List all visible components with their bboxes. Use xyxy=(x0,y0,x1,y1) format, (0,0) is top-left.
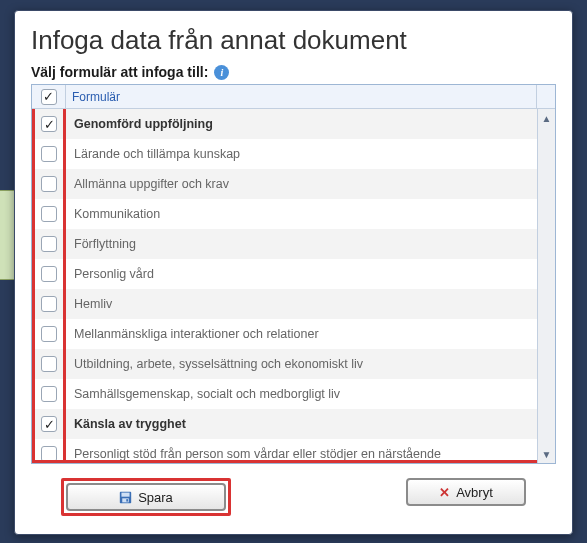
table-row[interactable]: Allmänna uppgifter och krav xyxy=(35,169,537,199)
column-header-form[interactable]: Formulär xyxy=(66,85,537,108)
table-row[interactable]: Hemliv xyxy=(35,289,537,319)
subtitle-row: Välj formulär att infoga till: i xyxy=(31,64,556,80)
row-label: Mellanmänskliga interaktioner och relati… xyxy=(66,327,537,341)
table-row[interactable]: Personlig vård xyxy=(35,259,537,289)
scrollbar[interactable]: ▲ ▼ xyxy=(537,109,555,463)
row-checkbox-cell[interactable] xyxy=(35,349,66,379)
scroll-up-icon[interactable]: ▲ xyxy=(538,109,555,127)
rows-container: Genomförd uppföljningLärande och tillämp… xyxy=(32,109,537,463)
row-checkbox-cell[interactable] xyxy=(35,169,66,199)
table-row[interactable]: Känsla av trygghet xyxy=(35,409,537,439)
row-checkbox-cell[interactable] xyxy=(35,229,66,259)
row-label: Personligt stöd från person som vårdar e… xyxy=(66,447,537,461)
cancel-icon: ✕ xyxy=(439,485,450,500)
row-label: Känsla av trygghet xyxy=(66,417,537,431)
svg-rect-3 xyxy=(126,499,128,501)
grid-header: Formulär xyxy=(32,85,555,109)
save-button[interactable]: Spara xyxy=(66,483,226,511)
row-checkbox[interactable] xyxy=(41,356,57,372)
row-checkbox[interactable] xyxy=(41,326,57,342)
grid-body: Genomförd uppföljningLärande och tillämp… xyxy=(32,109,555,463)
row-label: Kommunikation xyxy=(66,207,537,221)
table-row[interactable]: Utbildning, arbete, sysselsättning och e… xyxy=(35,349,537,379)
annotation-border-bottom xyxy=(32,460,537,463)
cancel-button[interactable]: ✕ Avbryt xyxy=(406,478,526,506)
row-checkbox[interactable] xyxy=(41,296,57,312)
row-checkbox[interactable] xyxy=(41,416,57,432)
row-checkbox[interactable] xyxy=(41,116,57,132)
table-row[interactable]: Lärande och tillämpa kunskap xyxy=(35,139,537,169)
row-label: Allmänna uppgifter och krav xyxy=(66,177,537,191)
row-label: Lärande och tillämpa kunskap xyxy=(66,147,537,161)
row-label: Samhällsgemenskap, socialt och medborgli… xyxy=(66,387,537,401)
table-row[interactable]: Genomförd uppföljning xyxy=(35,109,537,139)
row-label: Hemliv xyxy=(66,297,537,311)
row-label: Genomförd uppföljning xyxy=(66,117,537,131)
table-row[interactable]: Förflyttning xyxy=(35,229,537,259)
row-checkbox-cell[interactable] xyxy=(35,289,66,319)
help-icon[interactable]: i xyxy=(214,65,229,80)
row-checkbox-cell[interactable] xyxy=(35,259,66,289)
table-row[interactable]: Samhällsgemenskap, socialt och medborgli… xyxy=(35,379,537,409)
row-checkbox-cell[interactable] xyxy=(35,379,66,409)
cancel-button-label: Avbryt xyxy=(456,485,493,500)
select-all-cell[interactable] xyxy=(32,85,66,108)
row-checkbox-cell[interactable] xyxy=(35,139,66,169)
row-label: Utbildning, arbete, sysselsättning och e… xyxy=(66,357,537,371)
row-checkbox-cell[interactable] xyxy=(35,409,66,439)
row-checkbox-cell[interactable] xyxy=(35,199,66,229)
row-checkbox[interactable] xyxy=(41,206,57,222)
row-checkbox[interactable] xyxy=(41,236,57,252)
background-strip xyxy=(0,190,14,280)
column-header-scroll xyxy=(537,85,555,108)
row-checkbox[interactable] xyxy=(41,176,57,192)
svg-rect-1 xyxy=(122,492,130,496)
table-row[interactable]: Kommunikation xyxy=(35,199,537,229)
row-checkbox-cell[interactable] xyxy=(35,109,66,139)
row-checkbox[interactable] xyxy=(41,386,57,402)
insert-data-dialog: Infoga data från annat dokument Välj for… xyxy=(14,10,573,535)
form-grid: Formulär Genomförd uppföljningLärande oc… xyxy=(31,84,556,464)
row-checkbox-cell[interactable] xyxy=(35,319,66,349)
row-checkbox[interactable] xyxy=(41,266,57,282)
row-label: Personlig vård xyxy=(66,267,537,281)
scroll-down-icon[interactable]: ▼ xyxy=(538,445,555,463)
subtitle-label: Välj formulär att infoga till: xyxy=(31,64,208,80)
save-button-highlight: Spara xyxy=(61,478,231,516)
select-all-checkbox[interactable] xyxy=(41,89,57,105)
dialog-title: Infoga data från annat dokument xyxy=(31,25,556,56)
dialog-footer: Spara ✕ Avbryt xyxy=(31,464,556,522)
save-icon xyxy=(119,491,132,504)
save-button-label: Spara xyxy=(138,490,173,505)
row-label: Förflyttning xyxy=(66,237,537,251)
table-row[interactable]: Mellanmänskliga interaktioner och relati… xyxy=(35,319,537,349)
row-checkbox[interactable] xyxy=(41,146,57,162)
